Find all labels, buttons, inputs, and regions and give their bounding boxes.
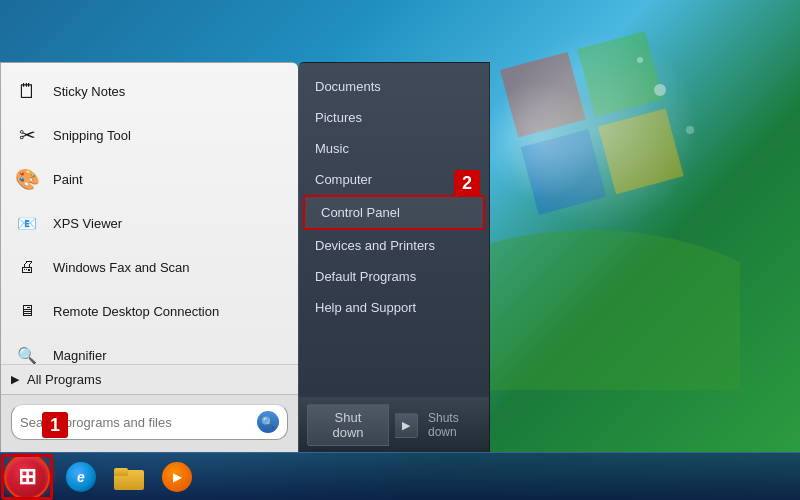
control-panel-label: Control Panel bbox=[321, 205, 400, 220]
shutdown-area: Shut down ▶ Shuts down bbox=[299, 397, 489, 452]
taskbar-explorer-button[interactable] bbox=[106, 454, 152, 500]
menu-item-sticky-notes[interactable]: 🗒 Sticky Notes bbox=[1, 69, 298, 113]
taskbar-media-button[interactable]: ▶ bbox=[154, 454, 200, 500]
all-programs-label: All Programs bbox=[27, 372, 101, 387]
arrow-right-icon: ▶ bbox=[402, 419, 410, 432]
right-item-devices-printers[interactable]: Devices and Printers bbox=[299, 230, 489, 261]
right-item-help-support[interactable]: Help and Support bbox=[299, 292, 489, 323]
shuts-down-text: Shuts down bbox=[428, 411, 481, 439]
music-label: Music bbox=[315, 141, 349, 156]
paint-icon: 🎨 bbox=[11, 163, 43, 195]
start-menu: 🗒 Sticky Notes ✂ Snipping Tool 🎨 Paint 📧… bbox=[0, 62, 490, 452]
shutdown-label: Shut down bbox=[322, 410, 374, 440]
annotation-label-2: 2 bbox=[454, 170, 480, 196]
taskbar: ⊞ e ▶ bbox=[0, 452, 800, 500]
arrow-icon: ▶ bbox=[11, 373, 19, 386]
windows-fax-label: Windows Fax and Scan bbox=[53, 260, 190, 275]
devices-printers-label: Devices and Printers bbox=[315, 238, 435, 253]
right-links-list: Documents Pictures Music Computer Contro… bbox=[299, 63, 489, 397]
taskbar-ie-button[interactable]: e bbox=[58, 454, 104, 500]
magnifier-icon: 🔍 bbox=[11, 339, 43, 364]
xps-viewer-label: XPS Viewer bbox=[53, 216, 122, 231]
desktop-light-2 bbox=[480, 80, 600, 200]
windows-fax-icon: 🖨 bbox=[11, 251, 43, 283]
documents-label: Documents bbox=[315, 79, 381, 94]
ie-icon: e bbox=[66, 462, 96, 492]
annotation-label-1: 1 bbox=[42, 412, 68, 438]
paint-label: Paint bbox=[53, 172, 83, 187]
start-button-highlight bbox=[1, 454, 53, 500]
magnifier-label: Magnifier bbox=[53, 348, 106, 363]
right-item-documents[interactable]: Documents bbox=[299, 71, 489, 102]
xps-viewer-icon: 📧 bbox=[11, 207, 43, 239]
menu-item-remote-desktop[interactable]: 🖥 Remote Desktop Connection bbox=[1, 289, 298, 333]
default-programs-label: Default Programs bbox=[315, 269, 416, 284]
snipping-tool-icon: ✂ bbox=[11, 119, 43, 151]
search-icon: 🔍 bbox=[261, 416, 275, 429]
right-item-pictures[interactable]: Pictures bbox=[299, 102, 489, 133]
desktop: 🗒 Sticky Notes ✂ Snipping Tool 🎨 Paint 📧… bbox=[0, 0, 800, 500]
all-programs-item[interactable]: ▶ All Programs bbox=[1, 364, 298, 394]
media-player-icon: ▶ bbox=[162, 462, 192, 492]
menu-item-xps-viewer[interactable]: 📧 XPS Viewer bbox=[1, 201, 298, 245]
remote-desktop-label: Remote Desktop Connection bbox=[53, 304, 219, 319]
taskbar-icons: e ▶ bbox=[58, 454, 200, 500]
sticky-notes-icon: 🗒 bbox=[11, 75, 43, 107]
remote-desktop-icon: 🖥 bbox=[11, 295, 43, 327]
pictures-label: Pictures bbox=[315, 110, 362, 125]
programs-list: 🗒 Sticky Notes ✂ Snipping Tool 🎨 Paint 📧… bbox=[1, 63, 298, 364]
folder-icon bbox=[114, 464, 144, 490]
sticky-notes-label: Sticky Notes bbox=[53, 84, 125, 99]
start-menu-left-panel: 🗒 Sticky Notes ✂ Snipping Tool 🎨 Paint 📧… bbox=[0, 62, 298, 452]
shutdown-button[interactable]: Shut down bbox=[307, 404, 389, 446]
shutdown-arrow-button[interactable]: ▶ bbox=[395, 413, 418, 438]
start-menu-right-panel: Documents Pictures Music Computer Contro… bbox=[298, 62, 490, 452]
menu-item-magnifier[interactable]: 🔍 Magnifier bbox=[1, 333, 298, 364]
computer-label: Computer bbox=[315, 172, 372, 187]
snipping-tool-label: Snipping Tool bbox=[53, 128, 131, 143]
help-support-label: Help and Support bbox=[315, 300, 416, 315]
right-item-default-programs[interactable]: Default Programs bbox=[299, 261, 489, 292]
right-item-music[interactable]: Music bbox=[299, 133, 489, 164]
menu-item-paint[interactable]: 🎨 Paint bbox=[1, 157, 298, 201]
search-button[interactable]: 🔍 bbox=[257, 411, 279, 433]
start-button[interactable]: ⊞ bbox=[0, 453, 54, 501]
menu-item-windows-fax[interactable]: 🖨 Windows Fax and Scan bbox=[1, 245, 298, 289]
right-item-control-panel[interactable]: Control Panel bbox=[303, 195, 485, 230]
menu-item-snipping-tool[interactable]: ✂ Snipping Tool bbox=[1, 113, 298, 157]
